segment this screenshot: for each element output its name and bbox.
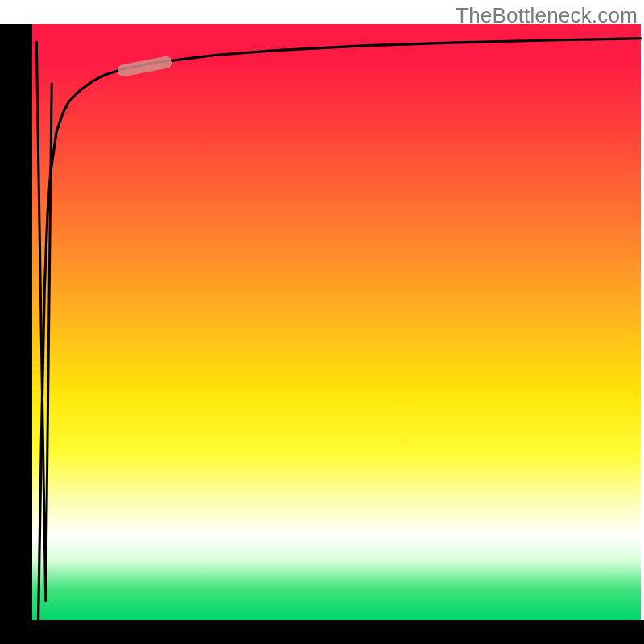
watermark-text: TheBottleneck.com	[456, 3, 638, 28]
y-axis	[0, 24, 32, 620]
curve-layer	[32, 24, 641, 620]
highlight-segment	[123, 62, 166, 70]
chart-stage: TheBottleneck.com	[0, 0, 644, 644]
x-axis	[0, 620, 644, 644]
main-curve	[39, 39, 641, 620]
